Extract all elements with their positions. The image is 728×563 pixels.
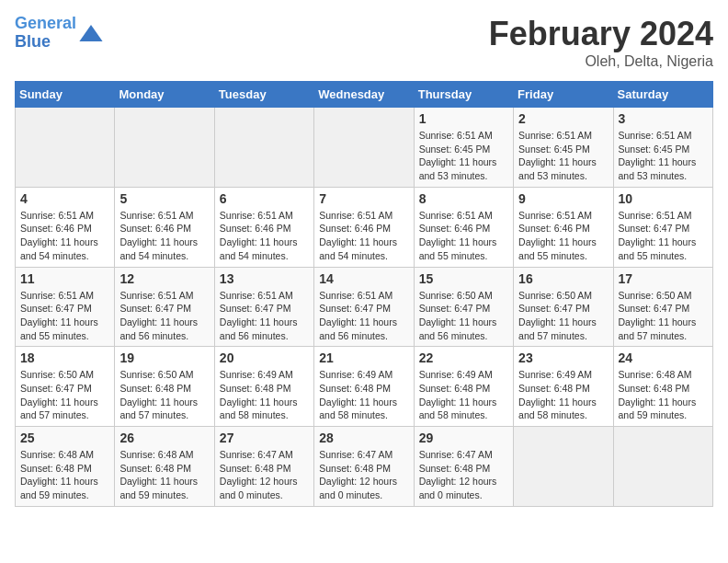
calendar-cell [115,108,214,188]
day-number: 15 [419,271,508,286]
day-number: 6 [220,191,309,206]
day-number: 17 [619,271,708,286]
calendar-cell: 23Sunrise: 6:49 AMSunset: 6:48 PMDayligh… [514,347,613,427]
weekday-header-row: SundayMondayTuesdayWednesdayThursdayFrid… [16,82,713,108]
day-number: 24 [619,350,708,365]
day-info: Sunrise: 6:51 AMSunset: 6:47 PMDaylight:… [220,289,309,343]
calendar-week-row: 4Sunrise: 6:51 AMSunset: 6:46 PMDaylight… [16,187,713,267]
calendar-cell: 15Sunrise: 6:50 AMSunset: 6:47 PMDayligh… [414,267,513,347]
calendar-cell: 6Sunrise: 6:51 AMSunset: 6:46 PMDaylight… [214,187,313,267]
day-info: Sunrise: 6:51 AMSunset: 6:46 PMDaylight:… [319,209,408,263]
calendar-cell [314,108,414,188]
calendar-cell: 11Sunrise: 6:51 AMSunset: 6:47 PMDayligh… [16,267,115,347]
calendar-cell: 8Sunrise: 6:51 AMSunset: 6:46 PMDaylight… [414,187,513,267]
calendar-cell: 5Sunrise: 6:51 AMSunset: 6:46 PMDaylight… [115,187,214,267]
day-info: Sunrise: 6:47 AMSunset: 6:48 PMDaylight:… [319,448,408,502]
day-info: Sunrise: 6:50 AMSunset: 6:47 PMDaylight:… [419,289,508,343]
day-number: 23 [518,350,608,365]
day-info: Sunrise: 6:49 AMSunset: 6:48 PMDaylight:… [220,368,309,422]
svg-marker-0 [79,25,102,41]
day-info: Sunrise: 6:51 AMSunset: 6:46 PMDaylight:… [119,209,209,263]
day-info: Sunrise: 6:51 AMSunset: 6:45 PMDaylight:… [619,129,708,183]
calendar-cell: 14Sunrise: 6:51 AMSunset: 6:47 PMDayligh… [314,267,414,347]
calendar-week-row: 18Sunrise: 6:50 AMSunset: 6:47 PMDayligh… [16,347,713,427]
day-info: Sunrise: 6:51 AMSunset: 6:46 PMDaylight:… [220,209,309,263]
day-info: Sunrise: 6:51 AMSunset: 6:47 PMDaylight:… [619,209,708,263]
calendar-cell: 12Sunrise: 6:51 AMSunset: 6:47 PMDayligh… [115,267,214,347]
day-number: 13 [220,271,309,286]
logo-icon [78,20,104,46]
day-number: 4 [20,191,109,206]
day-number: 28 [319,431,408,445]
day-number: 19 [119,350,209,365]
day-number: 12 [119,271,209,286]
weekday-header: Saturday [613,82,712,108]
day-info: Sunrise: 6:51 AMSunset: 6:47 PMDaylight:… [119,289,209,343]
logo-text: General Blue [15,15,76,52]
calendar-week-row: 25Sunrise: 6:48 AMSunset: 6:48 PMDayligh… [16,427,713,507]
page-header: General Blue February 2024 Oleh, Delta, … [15,15,713,70]
logo: General Blue [15,15,104,52]
day-number: 22 [419,350,508,365]
calendar-week-row: 11Sunrise: 6:51 AMSunset: 6:47 PMDayligh… [16,267,713,347]
day-number: 1 [419,111,508,126]
weekday-header: Friday [514,82,613,108]
page-subtitle: Oleh, Delta, Nigeria [489,53,713,70]
day-number: 5 [119,191,209,206]
day-info: Sunrise: 6:50 AMSunset: 6:47 PMDaylight:… [518,289,608,343]
calendar-cell: 13Sunrise: 6:51 AMSunset: 6:47 PMDayligh… [214,267,313,347]
weekday-header: Sunday [16,82,115,108]
day-number: 2 [518,111,608,126]
day-info: Sunrise: 6:51 AMSunset: 6:47 PMDaylight:… [319,289,408,343]
calendar-cell: 25Sunrise: 6:48 AMSunset: 6:48 PMDayligh… [16,427,115,507]
calendar-cell [613,427,712,507]
calendar-cell: 10Sunrise: 6:51 AMSunset: 6:47 PMDayligh… [613,187,712,267]
calendar-cell: 29Sunrise: 6:47 AMSunset: 6:48 PMDayligh… [414,427,513,507]
day-info: Sunrise: 6:48 AMSunset: 6:48 PMDaylight:… [119,448,209,502]
day-number: 14 [319,271,408,286]
weekday-header: Wednesday [314,82,414,108]
calendar-cell: 27Sunrise: 6:47 AMSunset: 6:48 PMDayligh… [214,427,313,507]
calendar-cell: 28Sunrise: 6:47 AMSunset: 6:48 PMDayligh… [314,427,414,507]
day-number: 3 [619,111,708,126]
day-number: 27 [220,431,309,445]
calendar-cell: 16Sunrise: 6:50 AMSunset: 6:47 PMDayligh… [514,267,613,347]
day-number: 11 [20,271,109,286]
calendar-cell [214,108,313,188]
day-info: Sunrise: 6:49 AMSunset: 6:48 PMDaylight:… [419,368,508,422]
day-info: Sunrise: 6:48 AMSunset: 6:48 PMDaylight:… [619,368,708,422]
day-info: Sunrise: 6:51 AMSunset: 6:46 PMDaylight:… [20,209,109,263]
day-info: Sunrise: 6:51 AMSunset: 6:46 PMDaylight:… [419,209,508,263]
calendar-cell: 18Sunrise: 6:50 AMSunset: 6:47 PMDayligh… [16,347,115,427]
day-info: Sunrise: 6:47 AMSunset: 6:48 PMDaylight:… [220,448,309,502]
title-block: February 2024 Oleh, Delta, Nigeria [489,15,713,70]
day-number: 16 [518,271,608,286]
calendar-week-row: 1Sunrise: 6:51 AMSunset: 6:45 PMDaylight… [16,108,713,188]
weekday-header: Thursday [414,82,513,108]
calendar-cell: 19Sunrise: 6:50 AMSunset: 6:48 PMDayligh… [115,347,214,427]
calendar-cell: 24Sunrise: 6:48 AMSunset: 6:48 PMDayligh… [613,347,712,427]
weekday-header: Tuesday [214,82,313,108]
calendar-cell: 1Sunrise: 6:51 AMSunset: 6:45 PMDaylight… [414,108,513,188]
day-info: Sunrise: 6:49 AMSunset: 6:48 PMDaylight:… [518,368,608,422]
day-number: 26 [119,431,209,445]
day-info: Sunrise: 6:51 AMSunset: 6:46 PMDaylight:… [518,209,608,263]
calendar-cell: 2Sunrise: 6:51 AMSunset: 6:45 PMDaylight… [514,108,613,188]
day-info: Sunrise: 6:50 AMSunset: 6:47 PMDaylight:… [20,368,109,422]
day-number: 8 [419,191,508,206]
day-info: Sunrise: 6:50 AMSunset: 6:48 PMDaylight:… [119,368,209,422]
calendar-cell: 26Sunrise: 6:48 AMSunset: 6:48 PMDayligh… [115,427,214,507]
calendar-table: SundayMondayTuesdayWednesdayThursdayFrid… [15,81,713,507]
day-info: Sunrise: 6:51 AMSunset: 6:45 PMDaylight:… [419,129,508,183]
calendar-cell: 7Sunrise: 6:51 AMSunset: 6:46 PMDaylight… [314,187,414,267]
day-info: Sunrise: 6:49 AMSunset: 6:48 PMDaylight:… [319,368,408,422]
day-number: 21 [319,350,408,365]
calendar-cell [16,108,115,188]
calendar-cell [514,427,613,507]
day-info: Sunrise: 6:48 AMSunset: 6:48 PMDaylight:… [20,448,109,502]
day-number: 9 [518,191,608,206]
calendar-cell: 20Sunrise: 6:49 AMSunset: 6:48 PMDayligh… [214,347,313,427]
day-number: 18 [20,350,109,365]
day-info: Sunrise: 6:51 AMSunset: 6:45 PMDaylight:… [518,129,608,183]
calendar-cell: 9Sunrise: 6:51 AMSunset: 6:46 PMDaylight… [514,187,613,267]
